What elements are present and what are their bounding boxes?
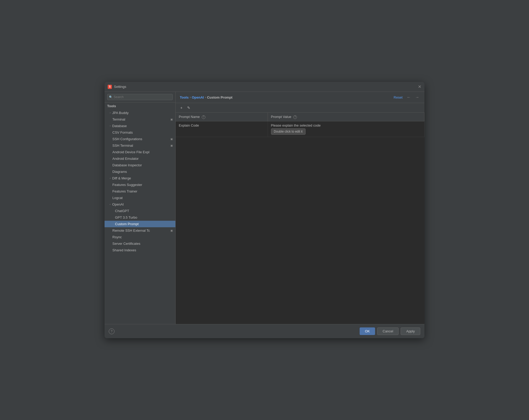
- sidebar-item-label: SSH Configurations: [112, 137, 142, 141]
- ssh-config-icon: ▣: [170, 138, 173, 140]
- chevron-icon: ›: [109, 112, 112, 113]
- sidebar-item-label: Android Emulator: [112, 157, 139, 161]
- remote-ssh-icon: ▣: [170, 229, 173, 232]
- prompts-table: Prompt Name ? Prompt Value ? Explain Cod…: [176, 113, 424, 137]
- breadcrumb-sep2: ›: [205, 95, 206, 99]
- table-row[interactable]: Explain Code Please explain the selected…: [176, 121, 424, 137]
- sidebar-item-label: Android Device File Expl: [112, 150, 150, 154]
- search-bar: 🔍: [105, 92, 175, 103]
- add-button[interactable]: +: [178, 105, 185, 111]
- prompt-value-text: Please explain the selected code: [271, 123, 421, 127]
- back-button[interactable]: ←: [406, 94, 412, 100]
- chevron-open-icon: ›: [109, 204, 112, 205]
- forward-button[interactable]: →: [414, 94, 420, 100]
- sidebar-item-openai[interactable]: › OpenAI: [105, 201, 175, 208]
- sidebar-item-label: GPT 3.5 Turbo: [115, 215, 137, 219]
- footer-buttons: OK Cancel Apply: [360, 327, 420, 335]
- chevron-icon: ›: [109, 178, 112, 179]
- prompt-name-cell: Explain Code: [176, 121, 268, 137]
- sidebar-item-csv-formats[interactable]: CSV Formats: [105, 129, 175, 136]
- sidebar-item-label: Features Trainer: [112, 189, 137, 193]
- sidebar-item-ssh-terminal[interactable]: SSH Terminal ▣: [105, 142, 175, 149]
- col-prompt-value: Prompt Value ?: [268, 113, 424, 121]
- sidebar-item-android-emulator[interactable]: Android Emulator: [105, 155, 175, 162]
- search-input[interactable]: [107, 94, 173, 100]
- breadcrumb-tools[interactable]: Tools: [180, 95, 189, 99]
- table-container: Prompt Name ? Prompt Value ? Explain Cod…: [176, 113, 424, 324]
- sidebar-item-label: Features Suggester: [112, 183, 142, 187]
- chevron-icon: ›: [109, 126, 112, 126]
- sidebar-item-android-device[interactable]: Android Device File Expl: [105, 149, 175, 155]
- cancel-button[interactable]: Cancel: [377, 327, 399, 335]
- sidebar-scroll: Tools › JPA Buddy Terminal ▣ › Database: [105, 103, 175, 324]
- sidebar-item-label: Diff & Merge: [112, 176, 131, 180]
- sidebar-item-label: Server Certificates: [112, 242, 140, 246]
- ssh-terminal-icon: ▣: [170, 144, 173, 147]
- breadcrumb-sep1: ›: [190, 95, 191, 99]
- sidebar-item-database[interactable]: › Database: [105, 123, 175, 129]
- sidebar-item-server-certificates[interactable]: Server Certificates: [105, 240, 175, 247]
- sidebar-item-features-suggester[interactable]: Features Suggester: [105, 181, 175, 188]
- sidebar-item-terminal[interactable]: Terminal ▣: [105, 116, 175, 123]
- app-icon: S: [108, 85, 112, 89]
- reset-button[interactable]: Reset: [393, 95, 404, 100]
- title-bar: S Settings ✕: [105, 82, 424, 92]
- sidebar-item-custom-prompt[interactable]: Custom Prompt: [105, 221, 175, 227]
- sidebar-item-database-inspector[interactable]: Database Inspector: [105, 162, 175, 168]
- prompt-value-cell: Please explain the selected code Double …: [268, 121, 424, 137]
- toolbar: + ✎: [176, 103, 424, 113]
- header-actions: Reset ← →: [393, 94, 420, 100]
- sidebar-item-ssh-configurations[interactable]: SSH Configurations ▣: [105, 136, 175, 142]
- sidebar-item-logcat[interactable]: Logcat: [105, 195, 175, 201]
- sidebar-section-tools: Tools: [105, 103, 175, 110]
- table-header-row: Prompt Name ? Prompt Value ?: [176, 113, 424, 121]
- close-button[interactable]: ✕: [418, 85, 421, 89]
- breadcrumb-current: Custom Prompt: [207, 95, 233, 99]
- sidebar-item-label: SSH Terminal: [112, 144, 133, 147]
- window-title: Settings: [114, 85, 126, 89]
- sidebar-item-label: OpenAI: [112, 202, 124, 206]
- settings-window: S Settings ✕ 🔍 Tools › JPA Buddy: [105, 82, 424, 338]
- apply-button[interactable]: Apply: [401, 327, 420, 335]
- sidebar-item-chatgpt[interactable]: ChatGPT: [105, 208, 175, 214]
- sidebar-item-label: Custom Prompt: [115, 222, 139, 226]
- sidebar-item-remote-ssh[interactable]: Remote SSH External Tc ▣: [105, 227, 175, 234]
- sidebar: 🔍 Tools › JPA Buddy Terminal ▣ ›: [105, 92, 176, 324]
- main-content: 🔍 Tools › JPA Buddy Terminal ▣ ›: [105, 92, 424, 324]
- edit-button[interactable]: ✎: [186, 105, 192, 111]
- prompt-value-help-icon[interactable]: ?: [293, 115, 297, 119]
- sidebar-item-jpa-buddy[interactable]: › JPA Buddy: [105, 110, 175, 116]
- sidebar-item-diagrams[interactable]: Diagrams: [105, 168, 175, 175]
- sidebar-item-label: Diagrams: [112, 170, 127, 174]
- content-header: Tools › OpenAI › Custom Prompt Reset ← →: [176, 92, 424, 103]
- search-wrapper: 🔍: [107, 94, 173, 100]
- sidebar-item-label: Logcat: [112, 196, 123, 200]
- sidebar-item-label: Rsync: [112, 235, 122, 239]
- sidebar-item-shared-indexes[interactable]: Shared Indexes: [105, 247, 175, 253]
- sidebar-item-label: CSV Formats: [112, 130, 133, 134]
- sidebar-item-features-trainer[interactable]: Features Trainer: [105, 188, 175, 195]
- search-icon: 🔍: [109, 95, 113, 99]
- help-button[interactable]: ?: [109, 328, 114, 334]
- terminal-icon: ▣: [170, 118, 173, 121]
- breadcrumb: Tools › OpenAI › Custom Prompt: [180, 95, 232, 99]
- footer: ? OK Cancel Apply: [105, 324, 424, 338]
- col-prompt-name: Prompt Name ?: [176, 113, 268, 121]
- sidebar-item-label: Shared Indexes: [112, 248, 136, 252]
- ok-button[interactable]: OK: [360, 327, 375, 335]
- sidebar-item-diff-merge[interactable]: › Diff & Merge: [105, 175, 175, 181]
- sidebar-item-label: Remote SSH External Tc: [112, 229, 150, 232]
- content-area: Tools › OpenAI › Custom Prompt Reset ← →…: [176, 92, 424, 324]
- sidebar-item-label: Terminal: [112, 117, 125, 121]
- sidebar-item-label: ChatGPT: [115, 209, 129, 213]
- sidebar-item-label: Database: [112, 124, 127, 128]
- breadcrumb-openai[interactable]: OpenAI: [192, 95, 204, 99]
- sidebar-item-rsync[interactable]: Rsync: [105, 234, 175, 240]
- prompt-name-help-icon[interactable]: ?: [202, 115, 205, 119]
- sidebar-item-gpt35[interactable]: GPT 3.5 Turbo: [105, 214, 175, 221]
- tooltip-bubble: Double click to edit it: [271, 128, 306, 135]
- sidebar-item-label: JPA Buddy: [112, 111, 129, 115]
- sidebar-item-label: Database Inspector: [112, 163, 142, 167]
